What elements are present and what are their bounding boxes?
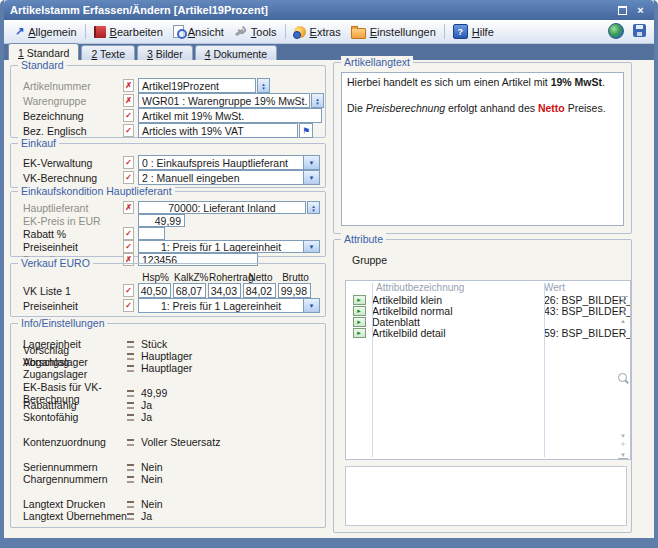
tab-texte[interactable]: 2 Texte [81, 45, 135, 61]
artikelnummer-value: Artikel19Prozent [142, 80, 219, 92]
menu-einstellungen[interactable]: Einstellungen [346, 23, 441, 41]
menu-tools[interactable]: Tools [229, 23, 282, 40]
save-button[interactable] [631, 22, 648, 41]
menu-ansicht[interactable]: Ansicht [168, 23, 229, 40]
table-row[interactable]: Artikelbild detail59: BSP_BILDER_1.BMP [346, 327, 630, 338]
close-icon [637, 4, 643, 16]
info-value: Hauptlager [141, 350, 192, 362]
edit-icon [94, 26, 106, 38]
rabatt-input[interactable] [138, 227, 165, 240]
web-button[interactable] [606, 21, 626, 43]
info-label: Langtext Drucken [23, 498, 127, 510]
hauptlieferant-lookup-button[interactable] [307, 201, 320, 214]
info-value: Ja [141, 399, 152, 411]
dropdown-arrow-icon[interactable] [303, 299, 319, 312]
info-label: Langtext Übernehmen [23, 510, 127, 522]
table-row[interactable]: Artikelbild normal43: BSP_BILDER_1.BMP [346, 305, 630, 316]
warengruppe-input[interactable]: WGR01 : Warengruppe 19% MwSt. Netto [138, 93, 310, 108]
groupbox-einkaufskondition: Einkaufskondition Hauptlieferant Hauptli… [10, 191, 326, 257]
scroll-last-icon[interactable] [618, 452, 628, 459]
attribute-detail-panel[interactable] [345, 466, 627, 526]
preiseinheit-ek-select[interactable]: 1: Preis für 1 Lagereinheit [138, 240, 320, 253]
menu-extras[interactable]: Extras [289, 24, 346, 40]
hauptlieferant-label: Hauptlieferant [23, 202, 123, 214]
menu-bearbeiten[interactable]: Bearbeiten [89, 24, 168, 40]
brutto-value: 99,98 [281, 285, 307, 297]
equals-icon [127, 464, 134, 471]
brutto-input[interactable]: 99,98 [278, 283, 311, 298]
attribute-image-icon [353, 295, 366, 305]
menu-allgemein[interactable]: Allgemein [10, 23, 82, 40]
artikelnummer-lookup-button[interactable] [257, 78, 270, 93]
warengruppe-lookup-button[interactable] [311, 93, 324, 108]
info-row: Vorschlag ZugangslagerHauptlager [11, 362, 325, 374]
language-flag-button[interactable] [299, 123, 313, 138]
groupbox-title: Info/Einstellungen [18, 317, 107, 329]
tab-dokumente[interactable]: 4 Dokumente [195, 45, 277, 61]
close-button[interactable] [633, 4, 648, 17]
ek-verwaltung-select[interactable]: 0 : Einkaufspreis Hauptlieferant [138, 155, 320, 170]
ek-preis-label: EK-Preis in EUR [23, 215, 123, 227]
warengruppe-value: WGR01 : Warengruppe 19% MwSt. Netto [142, 95, 310, 107]
header-brutto: Brutto [279, 272, 312, 283]
price-header-row: Hsp% KalkZ% Rohertrag Netto Brutto [11, 272, 325, 283]
hsp-input[interactable]: 40,50 [138, 283, 171, 298]
maximize-button[interactable] [615, 4, 630, 17]
artikelnummer-input[interactable]: Artikel19Prozent [138, 78, 256, 93]
langtext-line-1: Hierbei handelt es sich um einen Artikel… [347, 76, 618, 89]
extras-icon [294, 26, 306, 38]
field-status-x-icon [123, 94, 134, 107]
arrow-ne-icon [15, 25, 24, 38]
preiseinheit-vk-select[interactable]: 1: Preis für 1 Lagereinheit [138, 298, 320, 313]
table-row[interactable]: Artikelbild klein26: BSP_BILDER_1.BMP [346, 294, 630, 305]
langtext-textarea[interactable]: Hierbei handelt es sich um einen Artikel… [341, 72, 624, 226]
tab-bilder[interactable]: 3 Bilder [137, 45, 193, 61]
tab-label: 1 Standard [18, 47, 69, 59]
ek-preis-input[interactable]: 49,99 [138, 214, 185, 227]
groupbox-attribute: Attribute Gruppe Attributbezeichnung Wer… [333, 239, 632, 533]
attribute-image-icon [353, 306, 366, 316]
column-header-name: Attributbezeichnung [376, 282, 544, 293]
view-magnifier-icon [173, 25, 184, 38]
vk-berechnung-select[interactable]: 2 : Manuell eingeben [138, 170, 320, 185]
menu-hilfe[interactable]: Hilfe [448, 22, 499, 41]
info-label: Rabattfähig [23, 399, 127, 411]
column-separator [544, 283, 545, 457]
insert-row-icon[interactable] [618, 441, 628, 447]
tab-label: 3 Bilder [147, 48, 183, 60]
info-label: Kontenzuordnung [23, 436, 127, 448]
netto-input[interactable]: 84,02 [243, 283, 276, 298]
search-icon[interactable] [618, 373, 627, 382]
save-icon [633, 24, 646, 37]
groupbox-title: Verkauf EURO [18, 257, 93, 269]
attribute-image-icon [353, 317, 366, 327]
scroll-first-icon[interactable] [618, 296, 628, 303]
bez-englisch-input[interactable]: Articles with 19% VAT [138, 123, 298, 138]
equals-icon [127, 390, 134, 397]
info-row: ChargennummernNein [11, 473, 325, 485]
kalkz-input[interactable]: 68,07 [173, 283, 206, 298]
titlebar[interactable]: Artikelstamm Erfassen/Ändern [Artikel19P… [4, 0, 654, 20]
info-label: Chargennummern [23, 473, 127, 485]
table-row[interactable]: Datenblatt [346, 316, 630, 327]
header-netto: Netto [244, 272, 277, 283]
scroll-prev-icon[interactable] [618, 308, 628, 314]
globe-icon [608, 23, 624, 39]
ek-verwaltung-value: 0 : Einkaufspreis Hauptlieferant [139, 157, 303, 169]
dropdown-arrow-icon[interactable] [303, 241, 319, 252]
info-value: Nein [141, 498, 163, 510]
info-row: KontenzuordnungVoller Steuersatz [11, 436, 325, 448]
field-status-check-icon [123, 227, 134, 240]
menu-label: Einstellungen [370, 26, 436, 38]
hauptlieferant-input[interactable]: 70000: Lieferant Inland [138, 201, 306, 214]
tab-label: 2 Texte [91, 48, 125, 60]
bezeichnung-input[interactable]: Artikel mit 19% MwSt. [138, 108, 322, 123]
attribute-table[interactable]: Attributbezeichnung Wert Artikelbild kle… [345, 280, 631, 460]
dropdown-arrow-icon[interactable] [303, 171, 319, 184]
rohertrag-input[interactable]: 34,03 [208, 283, 241, 298]
dropdown-arrow-icon[interactable] [303, 156, 319, 169]
info-label: Skontofähig [23, 411, 127, 423]
warengruppe-label: Warengruppe [23, 95, 123, 107]
groupbox-standard: Standard Artikelnummer Artikel19Prozent … [10, 65, 326, 138]
scroll-up-icon[interactable] [618, 318, 628, 324]
